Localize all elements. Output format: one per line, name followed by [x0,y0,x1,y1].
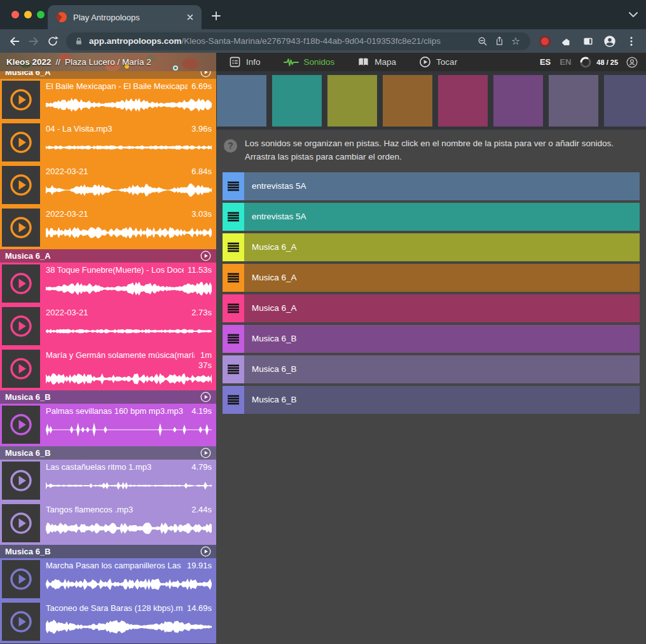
waveform-image [46,619,212,635]
track-name[interactable]: Musica 6_B [244,325,640,353]
track-drag-handle[interactable] [223,203,244,231]
clip-item: El Baile Mexicapan - El Baile Mexicapan.… [0,79,216,121]
new-tab-button[interactable] [209,8,224,24]
track-row[interactable]: Musica 6_A [223,294,640,322]
clip-play-icon [8,356,34,381]
help-text: Los sonidos se organizan en pistas. Haz … [245,137,635,164]
back-icon[interactable] [5,32,24,51]
tab-search-chevron-icon[interactable] [626,8,641,22]
clip-section-header[interactable]: Musica 6_A [0,71,216,79]
breadcrumb-project[interactable]: Kleos 2022 [6,57,52,67]
clip-section-header[interactable]: Musica 6_B [0,446,216,460]
side-panel-icon[interactable] [579,32,598,51]
track-name[interactable]: Musica 6_A [244,233,640,261]
extensions-puzzle-icon[interactable] [557,32,576,51]
track-name[interactable]: Musica 6_A [244,294,640,322]
address-bar[interactable]: app.antropoloops.com/Kleos-Santa-Marina/… [66,32,530,50]
track-row[interactable]: entrevistas 5A [223,203,640,231]
clip-duration: 1m 37s [198,350,212,371]
nav-item-info[interactable]: Info [229,56,261,68]
track-drag-handle[interactable] [223,386,244,414]
track-name[interactable]: Musica 6_B [244,386,640,414]
lang-en-button[interactable]: EN [560,57,571,67]
nav-item-mapa[interactable]: Mapa [357,57,396,67]
waveform-image [46,323,212,339]
track-row[interactable]: Musica 6_B [223,386,640,414]
minimize-window-button[interactable] [24,11,32,18]
track-color-swatch[interactable] [327,75,377,127]
bookmark-star-icon[interactable]: ☆ [507,34,524,49]
clip-play-button[interactable] [2,209,40,247]
app-header: Kleos 2022 // Plaza Lucero / María 2 Inf… [0,53,646,71]
track-drag-handle[interactable] [223,264,244,292]
clip-play-button[interactable] [2,504,40,542]
track-drag-handle[interactable] [223,294,244,322]
section-play-button[interactable] [200,392,211,402]
close-window-button[interactable] [11,11,19,18]
nav-item-sonidos[interactable]: Sonidos [284,57,335,67]
clip-play-button[interactable] [2,406,40,444]
clip-play-button[interactable] [2,166,40,204]
share-icon[interactable] [491,34,507,49]
clip-title: 2022-03-21 [46,209,188,219]
track-drag-handle[interactable] [223,172,244,200]
clip-item: 38 Toque Funebre(Muerte) - Los Doce Par.… [0,263,216,305]
track-name[interactable]: entrevistas 5A [244,172,640,200]
clip-play-button[interactable] [2,307,40,345]
track-row[interactable]: Musica 6_A [223,264,640,292]
track-name[interactable]: Musica 6_A [244,264,640,292]
section-play-icon [200,392,211,402]
section-play-button[interactable] [200,448,211,458]
browser-tab[interactable]: Play Antropoloops [48,5,202,29]
section-play-button[interactable] [200,250,211,261]
track-name[interactable]: entrevistas 5A [244,203,640,231]
track-color-swatch[interactable] [217,75,266,127]
track-row[interactable]: Musica 6_B [223,355,640,383]
clip-duration: 6.69s [191,81,212,92]
clip-waveform [46,515,212,542]
track-row[interactable]: entrevistas 5A [223,172,640,200]
clip-section-header[interactable]: Musica 6_B [0,545,216,558]
section-play-button[interactable] [200,71,211,78]
reload-icon[interactable] [43,32,62,51]
track-row[interactable]: Musica 6_A [223,233,640,261]
clip-play-button[interactable] [2,603,40,641]
drag-handle-icon [227,364,240,374]
track-color-swatch[interactable] [272,75,322,127]
clip-play-button[interactable] [2,560,40,598]
track-color-swatch[interactable] [438,75,488,127]
clip-play-button[interactable] [2,462,40,500]
track-color-swatch[interactable] [493,75,543,127]
zoom-window-button[interactable] [37,11,45,18]
section-play-button[interactable] [200,546,211,557]
clip-section-header[interactable]: Musica 6_B [0,390,216,404]
clip-section-title: Musica 6_B [5,448,51,458]
clip-play-button[interactable] [2,350,40,388]
lang-es-button[interactable]: ES [540,57,551,67]
track-drag-handle[interactable] [223,325,244,353]
track-color-swatch[interactable] [549,75,598,127]
profile-avatar-icon[interactable] [600,32,619,51]
track-drag-handle[interactable] [223,233,244,261]
play-circle-icon [419,56,431,68]
forward-icon[interactable] [24,32,43,51]
clip-title: 38 Toque Funebre(Muerte) - Los Doce Par.… [46,265,184,275]
clip-play-icon [8,87,34,113]
track-color-swatch[interactable] [604,75,646,127]
browser-menu-icon[interactable] [622,32,641,51]
account-icon[interactable] [626,56,638,69]
tab-close-icon[interactable] [185,12,195,22]
track-name[interactable]: Musica 6_B [244,355,640,383]
track-color-swatch[interactable] [383,75,432,127]
clip-duration: 14.69s [187,603,212,613]
clip-play-button[interactable] [2,264,40,303]
clip-play-button[interactable] [2,81,40,119]
record-extension-icon[interactable] [535,32,554,51]
zoom-icon[interactable] [474,34,491,49]
track-row[interactable]: Musica 6_B [223,325,640,353]
clip-section-header[interactable]: Musica 6_A [0,249,216,263]
track-drag-handle[interactable] [223,355,244,383]
clip-item: Tangos flamencos .mp32.44s [0,502,216,545]
clip-play-button[interactable] [2,123,40,161]
nav-item-tocar[interactable]: Tocar [419,56,457,68]
